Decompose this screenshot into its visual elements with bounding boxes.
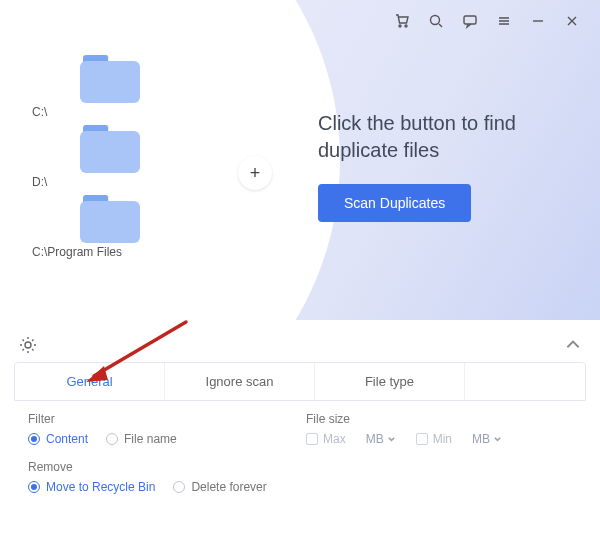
cta-headline: Click the button to find duplicate files bbox=[318, 110, 580, 164]
folder-label: C:\ bbox=[32, 105, 47, 119]
remove-delete-radio[interactable]: Delete forever bbox=[173, 480, 266, 494]
settings-tabs: General Ignore scan File type bbox=[14, 362, 586, 401]
folder-icon bbox=[80, 195, 140, 243]
tab-ignore-scan[interactable]: Ignore scan bbox=[165, 363, 315, 400]
chevron-up-icon[interactable] bbox=[564, 336, 582, 354]
search-icon[interactable] bbox=[428, 13, 444, 29]
folder-list: C:\ D:\ C:\Program Files bbox=[30, 55, 140, 259]
hero-area: C:\ D:\ C:\Program Files + Click the but… bbox=[0, 0, 600, 320]
svg-point-0 bbox=[399, 25, 401, 27]
add-folder-button[interactable]: + bbox=[238, 156, 272, 190]
folder-label: D:\ bbox=[32, 175, 47, 189]
app-window: C:\ D:\ C:\Program Files + Click the but… bbox=[0, 0, 600, 550]
svg-point-4 bbox=[25, 342, 31, 348]
cart-icon[interactable] bbox=[394, 13, 410, 29]
folder-item[interactable]: C:\Program Files bbox=[30, 195, 140, 259]
menu-icon[interactable] bbox=[496, 13, 512, 29]
plus-icon: + bbox=[250, 163, 261, 184]
titlebar bbox=[394, 0, 590, 36]
filter-content-radio[interactable]: Content bbox=[28, 432, 88, 446]
gear-icon[interactable] bbox=[18, 335, 38, 355]
folder-label: C:\Program Files bbox=[32, 245, 122, 259]
settings-toolbar bbox=[18, 330, 582, 360]
svg-point-1 bbox=[405, 25, 407, 27]
tab-general[interactable]: General bbox=[15, 363, 165, 400]
feedback-icon[interactable] bbox=[462, 13, 478, 29]
filesize-min-unit[interactable]: MB bbox=[472, 432, 502, 446]
folder-icon bbox=[80, 55, 140, 103]
filesize-title: File size bbox=[306, 412, 572, 426]
cta-block: Click the button to find duplicate files… bbox=[318, 110, 580, 222]
filesize-max-unit[interactable]: MB bbox=[366, 432, 396, 446]
tab-file-type[interactable]: File type bbox=[315, 363, 465, 400]
filter-title: Filter bbox=[28, 412, 288, 426]
folder-item[interactable]: C:\ bbox=[30, 55, 140, 119]
scan-duplicates-button[interactable]: Scan Duplicates bbox=[318, 184, 471, 222]
svg-rect-3 bbox=[464, 16, 476, 24]
svg-point-2 bbox=[431, 16, 440, 25]
settings-panel: Filter Content File name File size Max M… bbox=[14, 402, 586, 544]
folder-icon bbox=[80, 125, 140, 173]
minimize-icon[interactable] bbox=[530, 13, 546, 29]
filesize-max-checkbox[interactable]: Max bbox=[306, 432, 346, 446]
close-icon[interactable] bbox=[564, 13, 580, 29]
filter-filename-radio[interactable]: File name bbox=[106, 432, 177, 446]
remove-title: Remove bbox=[28, 460, 572, 474]
folder-item[interactable]: D:\ bbox=[30, 125, 140, 189]
remove-recycle-radio[interactable]: Move to Recycle Bin bbox=[28, 480, 155, 494]
filesize-min-checkbox[interactable]: Min bbox=[416, 432, 452, 446]
